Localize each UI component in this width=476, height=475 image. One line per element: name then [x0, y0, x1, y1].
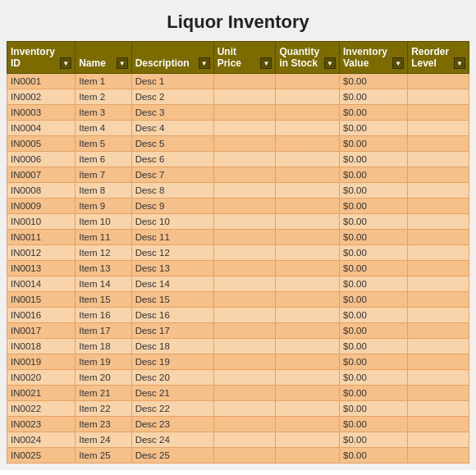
table-row: IN0010Item 10Desc 10$0.00: [7, 214, 469, 230]
cell-inv-value: $0.00: [340, 152, 408, 167]
cell-inv-id: IN0006: [7, 152, 76, 167]
cell-qty-stock: [276, 339, 340, 354]
cell-reorder-level: [408, 276, 469, 292]
table-wrapper: Inventory ID▼Name▼Description▼Unit Price…: [0, 41, 476, 470]
column-filter-arrow-reorder[interactable]: ▼: [454, 57, 465, 69]
cell-reorder-level: [408, 432, 469, 448]
cell-description: Desc 13: [131, 261, 213, 276]
cell-qty-stock: [276, 417, 340, 432]
cell-unit-price: [213, 276, 276, 292]
cell-inv-value: $0.00: [340, 386, 408, 401]
column-label-inv-value: Inventory Value: [343, 46, 391, 69]
cell-name: Item 13: [76, 261, 131, 276]
cell-inv-id: IN0003: [7, 105, 76, 121]
cell-reorder-level: [408, 152, 469, 167]
column-header-name: Name▼: [76, 42, 131, 74]
cell-description: Desc 14: [131, 276, 213, 292]
cell-unit-price: [213, 136, 276, 152]
cell-description: Desc 23: [131, 417, 213, 432]
cell-inv-id: IN0018: [7, 339, 76, 354]
cell-description: Desc 11: [131, 230, 213, 245]
table-row: IN0005Item 5Desc 5$0.00: [7, 136, 469, 152]
cell-inv-id: IN0020: [7, 370, 76, 386]
cell-inv-value: $0.00: [340, 74, 408, 89]
column-filter-arrow-description[interactable]: ▼: [199, 57, 210, 69]
cell-name: Item 23: [76, 417, 131, 432]
cell-unit-price: [213, 308, 276, 323]
cell-name: Item 24: [76, 432, 131, 448]
cell-unit-price: [213, 370, 276, 386]
cell-unit-price: [213, 183, 276, 199]
cell-inv-value: $0.00: [340, 230, 408, 245]
cell-unit-price: [213, 214, 276, 230]
cell-inv-id: IN0019: [7, 354, 76, 370]
table-row: IN0002Item 2Desc 2$0.00: [7, 89, 469, 105]
cell-inv-value: $0.00: [340, 183, 408, 199]
cell-unit-price: [213, 261, 276, 276]
cell-qty-stock: [276, 261, 340, 276]
cell-reorder-level: [408, 89, 469, 105]
column-filter-arrow-unit-price[interactable]: ▼: [260, 57, 272, 69]
cell-description: Desc 19: [131, 354, 213, 370]
cell-inv-id: IN0013: [7, 261, 76, 276]
cell-inv-value: $0.00: [340, 370, 408, 386]
cell-qty-stock: [276, 105, 340, 121]
cell-reorder-level: [408, 245, 469, 261]
cell-name: Item 21: [76, 386, 131, 401]
cell-name: Item 20: [76, 370, 131, 386]
table-row: IN0014Item 14Desc 14$0.00: [7, 276, 469, 292]
cell-qty-stock: [276, 401, 340, 417]
cell-unit-price: [213, 417, 276, 432]
cell-reorder-level: [408, 401, 469, 417]
cell-unit-price: [213, 230, 276, 245]
inventory-table: Inventory ID▼Name▼Description▼Unit Price…: [7, 41, 469, 464]
cell-description: Desc 17: [131, 323, 213, 339]
table-body: IN0001Item 1Desc 1$0.00IN0002Item 2Desc …: [7, 74, 469, 464]
cell-reorder-level: [408, 183, 469, 199]
column-filter-arrow-qty-stock[interactable]: ▼: [324, 57, 336, 69]
column-filter-arrow-name[interactable]: ▼: [117, 57, 128, 69]
cell-qty-stock: [276, 276, 340, 292]
cell-reorder-level: [408, 323, 469, 339]
cell-unit-price: [213, 354, 276, 370]
cell-reorder-level: [408, 308, 469, 323]
cell-qty-stock: [276, 214, 340, 230]
table-row: IN0024Item 24Desc 24$0.00: [7, 432, 469, 448]
cell-inv-id: IN0025: [7, 448, 76, 464]
cell-description: Desc 5: [131, 136, 213, 152]
table-row: IN0009Item 9Desc 9$0.00: [7, 199, 469, 214]
cell-inv-value: $0.00: [340, 401, 408, 417]
column-filter-arrow-inv-id[interactable]: ▼: [60, 57, 71, 69]
table-row: IN0016Item 16Desc 16$0.00: [7, 308, 469, 323]
cell-inv-id: IN0023: [7, 417, 76, 432]
table-row: IN0021Item 21Desc 21$0.00: [7, 386, 469, 401]
cell-inv-id: IN0004: [7, 121, 76, 136]
cell-unit-price: [213, 152, 276, 167]
cell-name: Item 18: [76, 339, 131, 354]
table-row: IN0025Item 25Desc 25$0.00: [7, 448, 469, 464]
cell-inv-id: IN0011: [7, 230, 76, 245]
column-filter-arrow-inv-value[interactable]: ▼: [392, 57, 404, 69]
column-header-inv-id: Inventory ID▼: [7, 42, 76, 74]
cell-reorder-level: [408, 105, 469, 121]
cell-qty-stock: [276, 292, 340, 308]
cell-qty-stock: [276, 167, 340, 183]
cell-inv-value: $0.00: [340, 245, 408, 261]
cell-description: Desc 7: [131, 167, 213, 183]
cell-description: Desc 3: [131, 105, 213, 121]
cell-name: Item 8: [76, 183, 131, 199]
cell-unit-price: [213, 339, 276, 354]
table-row: IN0007Item 7Desc 7$0.00: [7, 167, 469, 183]
cell-inv-value: $0.00: [340, 292, 408, 308]
cell-unit-price: [213, 323, 276, 339]
cell-unit-price: [213, 74, 276, 89]
cell-description: Desc 20: [131, 370, 213, 386]
cell-inv-id: IN0022: [7, 401, 76, 417]
cell-name: Item 17: [76, 323, 131, 339]
cell-reorder-level: [408, 136, 469, 152]
cell-unit-price: [213, 167, 276, 183]
cell-qty-stock: [276, 354, 340, 370]
cell-description: Desc 21: [131, 386, 213, 401]
cell-reorder-level: [408, 448, 469, 464]
cell-inv-value: $0.00: [340, 339, 408, 354]
